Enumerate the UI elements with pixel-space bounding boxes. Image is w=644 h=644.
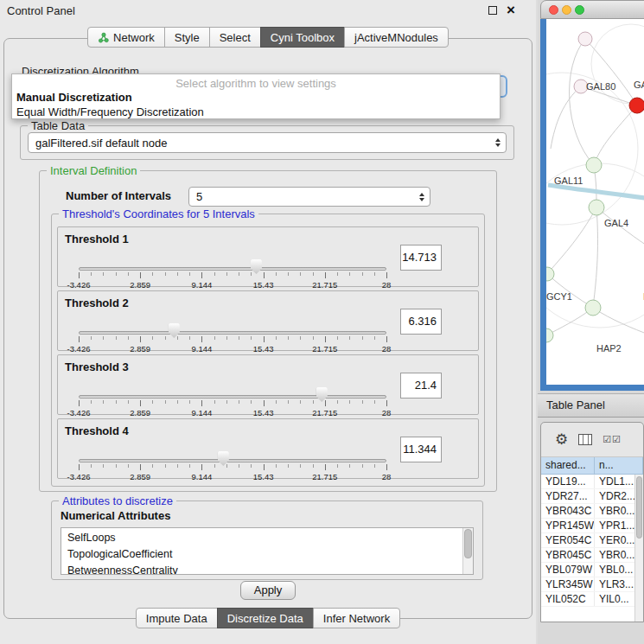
minimize-traffic-light-icon[interactable] — [562, 5, 571, 15]
tick-label: 21.715 — [312, 344, 337, 354]
zoom-traffic-light-icon[interactable] — [575, 5, 584, 15]
node-label-gcy1: GCY1 — [546, 291, 572, 302]
node[interactable] — [585, 300, 601, 316]
node[interactable] — [589, 200, 604, 215]
table-row[interactable]: YPR145WYPR1... — [541, 519, 634, 533]
tick-mark — [177, 400, 178, 404]
threshold-value-field[interactable]: 6.316 — [400, 309, 442, 335]
table-row[interactable]: YDR27...YDR2... — [541, 489, 634, 504]
column-header-1[interactable]: n... — [595, 457, 643, 475]
table-cell[interactable]: YDL19... — [541, 475, 595, 488]
gear-icon[interactable]: ⚙ — [555, 432, 568, 447]
tick-label: 21.715 — [312, 408, 337, 418]
columns-icon[interactable] — [578, 434, 592, 445]
table-cell[interactable]: YBR043C — [541, 504, 595, 518]
tab-label: Infer Network — [323, 612, 390, 625]
table-cell[interactable]: YDR2... — [595, 489, 634, 503]
tab-label: Select — [220, 31, 251, 44]
slider-track[interactable] — [79, 267, 386, 271]
attribute-list-item[interactable]: SelfLoops — [61, 529, 462, 545]
table-cell[interactable]: YBL079W — [541, 563, 595, 577]
close-icon[interactable]: × — [507, 4, 515, 16]
table-row[interactable]: YDL19...YDL1... — [541, 475, 634, 489]
tab-style[interactable]: Style — [164, 27, 210, 48]
network-view[interactable]: GAL80 GA GAL11 GAL4 GCY1 HAP2 H — [546, 19, 644, 385]
table-cell[interactable]: YIL052C — [541, 592, 595, 606]
table-row[interactable]: YBR043CYBR0... — [541, 504, 634, 519]
number-of-intervals-combobox[interactable]: 5 — [188, 187, 430, 207]
tab-cyni-toolbox[interactable]: Cyni Toolbox — [260, 27, 345, 48]
table-row[interactable]: YBR045CYBR0... — [541, 548, 634, 563]
algorithm-dropdown-popup: Select algorithm to view settings Manual… — [11, 73, 501, 119]
tick-label: 15.43 — [253, 344, 274, 354]
threshold-slider[interactable]: -3.4262.8599.14415.4321.71528 — [73, 257, 402, 286]
table-cell[interactable]: YIL0... — [595, 592, 634, 606]
table-data-combobox[interactable]: galFiltered.sif default node — [28, 132, 507, 153]
threshold-slider[interactable]: -3.4262.8599.14415.4321.71528 — [73, 449, 402, 478]
table-cell[interactable]: YLR3... — [595, 577, 634, 591]
tick-mark — [288, 336, 289, 340]
column-header-0[interactable]: shared... — [541, 457, 595, 475]
table-cell[interactable]: YBR0... — [595, 548, 634, 562]
table-row[interactable]: YBL079WYBL0... — [541, 563, 634, 577]
scrollbar-thumb[interactable] — [464, 529, 472, 558]
table-cell[interactable]: YLR345W — [541, 577, 595, 591]
table-cell[interactable]: YDR27... — [541, 489, 595, 503]
tick-mark — [128, 464, 129, 468]
table-cell[interactable]: YPR145W — [541, 519, 595, 532]
network-canvas-svg[interactable]: GAL80 GA GAL11 GAL4 GCY1 HAP2 H — [546, 19, 644, 385]
table-row[interactable]: YER054CYER0... — [541, 533, 634, 548]
dropdown-placeholder-option[interactable]: Select algorithm to view settings — [12, 77, 500, 90]
tab-impute-data[interactable]: Impute Data — [136, 608, 218, 628]
panel-title: Control Panel — [7, 4, 75, 17]
thresholds-container: Threshold 1 -3.4262.8599.14415.4321.7152… — [52, 226, 484, 482]
apply-button[interactable]: Apply — [240, 581, 296, 600]
tab-jactivemnodules[interactable]: jActiveMNodules — [344, 27, 449, 48]
threshold-value-field[interactable]: 11.344 — [400, 437, 442, 462]
tick-mark — [239, 272, 239, 276]
scrollbar-thumb[interactable] — [636, 476, 642, 539]
float-window-icon[interactable] — [488, 6, 497, 15]
table-row[interactable]: YIL052CYIL0... — [541, 592, 634, 607]
threshold-slider[interactable]: -3.4262.8599.14415.4321.71528 — [73, 321, 402, 350]
slider-track[interactable] — [79, 395, 386, 399]
threshold-value-field[interactable]: 21.4 — [400, 373, 442, 399]
tick-mark — [264, 400, 265, 406]
attributes-scrollbar[interactable] — [462, 528, 473, 574]
table-cell[interactable]: YPR1... — [595, 519, 634, 532]
table-cell[interactable]: YBR045C — [541, 548, 595, 562]
threshold-slider[interactable]: -3.4262.8599.14415.4321.71528 — [73, 385, 402, 414]
attribute-list-item[interactable]: BetweennessCentrality — [61, 562, 462, 575]
table-cell[interactable]: YER0... — [595, 533, 634, 547]
tick-mark — [128, 336, 129, 340]
tab-network[interactable]: Network — [87, 27, 165, 48]
selected-node-red[interactable] — [629, 98, 644, 113]
checkbox-filter-icons[interactable]: ☑☑ — [603, 434, 622, 445]
table-row[interactable]: YLR345WYLR3... — [541, 577, 634, 592]
attributes-group: Attributes to discretize Numerical Attri… — [51, 501, 483, 580]
slider-track[interactable] — [79, 459, 386, 462]
threshold-value-field[interactable]: 14.713 — [400, 245, 442, 271]
table-cell[interactable]: YDL1... — [595, 475, 634, 488]
tick-mark — [79, 272, 80, 278]
table-cell[interactable]: YER054C — [541, 533, 595, 547]
attribute-list-item[interactable]: TopologicalCoefficient — [61, 545, 462, 562]
tick-mark — [300, 400, 301, 404]
network-window-titlebar[interactable] — [540, 0, 644, 19]
node[interactable] — [578, 32, 592, 46]
dropdown-option-equal-width[interactable]: Equal Width/Frequency Discretization — [12, 105, 500, 119]
node[interactable] — [586, 157, 602, 173]
tick-mark — [264, 272, 265, 278]
table-cell[interactable]: YBR0... — [595, 504, 634, 518]
tab-infer-network[interactable]: Infer Network — [313, 608, 400, 628]
tick-mark — [214, 400, 215, 404]
tick-label: 9.144 — [192, 472, 213, 481]
slider-track[interactable] — [79, 331, 386, 335]
close-traffic-light-icon[interactable] — [549, 5, 558, 15]
dropdown-option-manual-discretization[interactable]: Manual Discretization — [12, 90, 500, 105]
table-scrollbar[interactable] — [634, 475, 643, 622]
table-cell[interactable]: YBL0... — [595, 563, 634, 577]
tab-discretize-data[interactable]: Discretize Data — [217, 608, 314, 628]
node[interactable] — [546, 328, 553, 342]
tab-select[interactable]: Select — [209, 27, 261, 48]
